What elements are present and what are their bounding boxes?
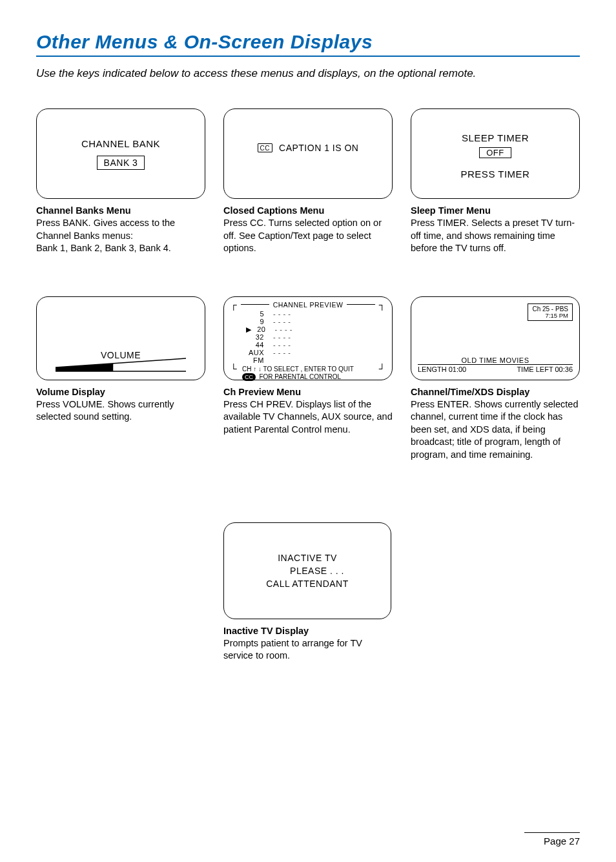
page-title: Other Menus & On-Screen Displays (36, 31, 580, 53)
channel-bank-label: CHANNEL BANK (81, 138, 160, 149)
volume-body: Press VOLUME. Shows currently selected s… (36, 398, 205, 424)
channel-bank-title: Channel Banks Menu (36, 205, 205, 216)
preview-row-dots: - - - - (273, 318, 291, 325)
preview-rows: 5- - - - 9- - - - ▶20- - - - 32- - - - 4… (246, 310, 385, 365)
preview-footer-2: FOR PARENTAL CONTROL (259, 373, 341, 380)
channel-bank-panel: CHANNEL BANK BANK 3 (36, 108, 205, 199)
preview-panel: ┌ CHANNEL PREVIEW ┐ 5- - - - 9- - - - ▶2… (223, 296, 393, 380)
captions-panel: CC CAPTION 1 IS ON (223, 108, 393, 199)
preview-row-num: 44 (246, 341, 264, 349)
sleep-body: Press TIMER. Selects a preset TV turn-of… (411, 217, 580, 255)
preview-row-num: AUX (246, 349, 264, 356)
channel-bank-value: BANK 3 (97, 156, 145, 170)
sleep-panel: SLEEP TIMER OFF PRESS TIMER (411, 108, 580, 199)
inactive-panel: INACTIVE TV PLEASE . . . CALL ATTENDANT (223, 522, 391, 619)
preview-row-dots: - - - - (273, 341, 291, 349)
channel-bank-body: Press BANK. Gives access to the Channel … (36, 217, 205, 255)
preview-title: Ch Preview Menu (223, 387, 393, 397)
page-number: Page 27 (524, 832, 580, 847)
corner-tr-icon: ┐ (379, 302, 385, 308)
xds-title: Channel/Time/XDS Display (411, 387, 580, 397)
page-intro: Use the keys indicated below to access t… (36, 67, 580, 80)
inactive-line3: CALL ATTENDANT (266, 579, 349, 589)
inactive-line2: PLEASE . . . (290, 566, 344, 576)
preview-row-dots: - - - - (275, 325, 293, 333)
svg-marker-1 (56, 364, 113, 371)
preview-row-dots: - - - - (273, 349, 291, 356)
sleep-line2: PRESS TIMER (461, 169, 530, 180)
xds-body: Press ENTER. Shows currently selected ch… (411, 398, 580, 462)
preview-row-dots: - - - - (273, 333, 291, 341)
preview-footer-1: CH ↑ ↓ TO SELECT , ENTER TO QUIT (242, 365, 375, 373)
volume-block: VOLUME Volume Display Press VOLUME. Show… (36, 296, 205, 462)
corner-bl-icon: └ (231, 365, 237, 372)
sleep-off: OFF (479, 147, 511, 158)
preview-row-num: FM (246, 356, 264, 364)
volume-title: Volume Display (36, 387, 205, 397)
cc-icon: CC (258, 143, 272, 152)
cc-pill-icon: CC (242, 373, 256, 381)
inactive-block: INACTIVE TV PLEASE . . . CALL ATTENDANT … (223, 503, 393, 662)
preview-row-num: 20 (248, 325, 266, 333)
preview-body: Press CH PREV. Displays list of the avai… (223, 398, 393, 436)
channel-bank-block: CHANNEL BANK BANK 3 Channel Banks Menu P… (36, 108, 205, 255)
captions-body: Press CC. Turns selected option on or of… (223, 217, 393, 255)
xds-block: Ch 25 - PBS 7:15 PM OLD TIME MOVIES LENG… (411, 296, 580, 462)
xds-program: OLD TIME MOVIES (418, 356, 573, 364)
xds-length: LENGTH 01:00 (418, 365, 466, 373)
inactive-body: Prompts patient to arrange for TV servic… (223, 637, 393, 662)
corner-tl-icon: ┌ (231, 302, 237, 308)
preview-block: ┌ CHANNEL PREVIEW ┐ 5- - - - 9- - - - ▶2… (223, 296, 393, 462)
captions-block: CC CAPTION 1 IS ON Closed Captions Menu … (223, 108, 393, 255)
preview-row-num: 9 (246, 318, 264, 325)
xds-time: 7:15 PM (532, 313, 568, 319)
volume-bar (56, 358, 187, 371)
xds-panel: Ch 25 - PBS 7:15 PM OLD TIME MOVIES LENG… (411, 296, 580, 380)
xds-timeleft: TIME LEFT 00:36 (517, 365, 573, 373)
preview-row-num: 5 (246, 310, 264, 318)
volume-panel: VOLUME (36, 296, 205, 380)
preview-row-num: 32 (246, 333, 264, 341)
captions-title: Closed Captions Menu (223, 205, 393, 216)
sleep-block: SLEEP TIMER OFF PRESS TIMER Sleep Timer … (411, 108, 580, 255)
captions-panel-text: CAPTION 1 IS ON (279, 143, 358, 153)
inactive-line1: INACTIVE TV (278, 553, 337, 563)
sleep-title: Sleep Timer Menu (411, 205, 580, 216)
preview-header: CHANNEL PREVIEW (273, 301, 344, 309)
xds-channel-box: Ch 25 - PBS 7:15 PM (528, 303, 573, 321)
inactive-title: Inactive TV Display (223, 626, 393, 636)
preview-row-dots: - - - - (273, 310, 291, 318)
title-underline (36, 56, 580, 57)
corner-br-icon: ┘ (379, 365, 385, 372)
sleep-line1: SLEEP TIMER (462, 132, 529, 143)
